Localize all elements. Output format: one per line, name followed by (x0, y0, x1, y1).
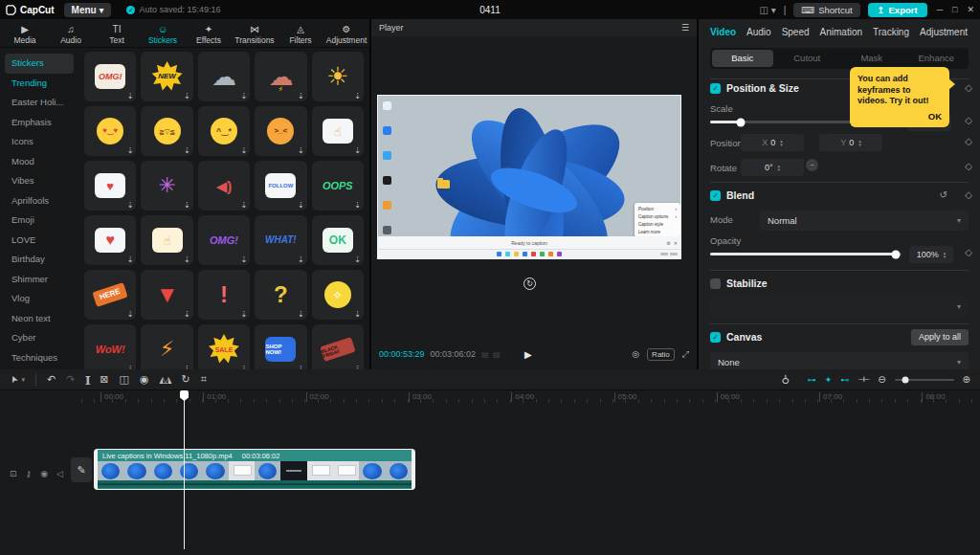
ratio-button[interactable]: Ratio (647, 348, 675, 361)
sticker-nice-job-thumb[interactable]: ☝⇣ (141, 215, 192, 265)
undo-icon[interactable]: ↶ (47, 373, 56, 386)
sticker-angry-emoji[interactable]: >_<⇣ (255, 106, 306, 156)
download-icon[interactable]: ⇣ (127, 146, 134, 155)
freeze-frame-icon[interactable]: ◉ (140, 373, 149, 386)
main-track-toggle-icon[interactable]: ⊡ (10, 469, 17, 478)
sticker-down-arrow[interactable]: ▼⇣ (141, 270, 192, 320)
inspector-tab-tracking[interactable]: Tracking (873, 27, 909, 37)
position-y-field[interactable]: Y 0 ▴▾ (819, 134, 882, 151)
rotate-handle-icon[interactable]: ↻ (523, 278, 536, 290)
download-icon[interactable]: ⇣ (127, 255, 134, 264)
sticker-party-popper[interactable]: ✳⇣ (141, 161, 192, 211)
video-preview[interactable]: Position›Caption options›Caption styleLe… (377, 95, 681, 259)
split-icon[interactable]: ][ (85, 375, 89, 385)
download-icon[interactable]: ⇣ (298, 310, 304, 319)
tab-adjustment[interactable]: ⚙Adjustment (325, 22, 368, 47)
download-icon[interactable]: ⇣ (354, 92, 361, 100)
sidebar-item-cyber[interactable]: Cyber (0, 328, 78, 348)
tab-audio[interactable]: ♫Audio (50, 22, 92, 47)
download-icon[interactable]: ⇣ (184, 146, 190, 155)
sidebar-item-shimmer[interactable]: Shimmer (0, 270, 78, 290)
sidebar-item-birthday[interactable]: Birthday (0, 250, 78, 270)
sidebar-item-aprilfools[interactable]: Aprilfools (0, 191, 78, 211)
export-button[interactable]: ↥ Export (868, 3, 927, 17)
download-icon[interactable]: ⇣ (298, 255, 304, 264)
sticker-megaphone[interactable]: ◀)⇣ (198, 161, 250, 211)
sticker-lightning-bolt[interactable]: ⚡⇣ (141, 324, 192, 369)
sticker-omg-egg[interactable]: OMG!⇣ (84, 52, 136, 101)
adjust-layout-icon[interactable]: ⊣⊢ (858, 375, 869, 384)
download-icon[interactable]: ⇣ (127, 310, 134, 319)
subtab-enhance[interactable]: Enhance (906, 50, 968, 67)
select-cursor-icon[interactable]: ➤ (7, 373, 20, 385)
position-x-field[interactable]: X 0 ▴▾ (741, 134, 804, 151)
download-icon[interactable]: ⇣ (184, 92, 190, 100)
stabilize-checkbox[interactable]: ✓ (710, 278, 721, 289)
download-icon[interactable]: ⇣ (184, 201, 190, 210)
sticker-light-bulb[interactable]: ✧⇣ (312, 270, 364, 320)
download-icon[interactable]: ⇣ (354, 201, 361, 210)
tab-stickers[interactable]: ☺Stickers (142, 22, 184, 47)
maximize-button[interactable]: □ (952, 5, 957, 14)
link-clips-icon[interactable]: ⊷ (840, 375, 849, 385)
rotate-icon[interactable]: ↻ (181, 373, 189, 386)
scale-keyframe-icon[interactable]: ◇ (965, 115, 972, 125)
download-icon[interactable]: ⇣ (354, 310, 361, 319)
fit-zoom-icon[interactable]: ◎ (632, 349, 639, 359)
auto-preview-icon[interactable]: ✦ (825, 375, 833, 385)
sidebar-item-techniques[interactable]: Techniques (0, 348, 78, 368)
opacity-value[interactable]: 100% ▴▾ (909, 246, 953, 263)
tab-effects[interactable]: ✦Effects (188, 22, 230, 47)
position-keyframe-icon[interactable]: ◇ (965, 136, 972, 146)
sticker-sale-burst[interactable]: SALE⇣ (198, 324, 250, 369)
blend-checkbox[interactable]: ✓ (710, 190, 721, 201)
duplicate-icon[interactable]: ◫ (120, 373, 129, 386)
sticker-storm-cloud[interactable]: ☁⚡⇣ (255, 52, 306, 101)
download-icon[interactable]: ⇣ (240, 310, 247, 319)
sidebar-item-emphasis[interactable]: Emphasis (0, 113, 78, 133)
minimize-button[interactable]: ─ (937, 5, 943, 14)
position-size-checkbox[interactable]: ✓ (710, 83, 721, 94)
download-icon[interactable]: ⇣ (240, 255, 247, 264)
zoom-slider[interactable] (895, 379, 954, 381)
download-icon[interactable]: ⇣ (127, 92, 134, 100)
crop-icon[interactable]: ⌗ (201, 373, 207, 386)
download-icon[interactable]: ⇣ (298, 146, 304, 155)
sidebar-item-vlog[interactable]: Vlog (0, 289, 78, 309)
sticker-black-friday-tag[interactable]: BLACK FRIDAY⇣ (312, 324, 364, 369)
play-button[interactable]: ▶ (524, 349, 532, 360)
blend-reset-icon[interactable]: ↺ (940, 189, 947, 200)
sidebar-item-mood[interactable]: Mood (0, 152, 78, 172)
sidebar-item-trending[interactable]: Trending (0, 74, 78, 94)
sidebar-item-vibes[interactable]: Vibes (0, 171, 78, 191)
subtab-basic[interactable]: Basic (712, 50, 773, 67)
frame-view-icons[interactable]: ▤ ▤ (481, 350, 501, 359)
sidebar-item-easter-holi[interactable]: Easter Holi... (0, 93, 78, 113)
tab-filters[interactable]: ◬Filters (279, 22, 322, 47)
inspector-tab-animation[interactable]: Animation (820, 27, 862, 37)
opacity-slider[interactable] (710, 253, 902, 255)
timeline-ruler[interactable]: 00:0001:0002:0003:0004:0005:0006:0007:00… (77, 390, 980, 405)
download-icon[interactable]: ⇣ (298, 201, 304, 210)
close-button[interactable]: ✕ (967, 5, 974, 14)
blend-mode-dropdown[interactable]: Normal ▾ (760, 211, 969, 231)
canvas-background-dropdown[interactable]: None ▾ (710, 352, 969, 369)
sticker-shop-now-bag[interactable]: SHOP NOW!⇣ (255, 324, 306, 369)
blend-keyframe-icon[interactable]: ◇ (965, 189, 972, 200)
sticker-heart-speech-bubble[interactable]: ♥⇣ (84, 215, 136, 265)
playhead[interactable] (184, 390, 185, 549)
zoom-in-icon[interactable]: ⊕ (963, 374, 970, 385)
sticker-pointing-hand-window[interactable]: ☝⇣ (312, 106, 364, 156)
sticker-new-burst[interactable]: NEW⇣ (141, 52, 192, 101)
sticker-wow-text[interactable]: WoW!⇣ (84, 324, 136, 369)
download-icon[interactable]: ⇣ (354, 146, 361, 155)
delete-icon[interactable]: ⊠ (100, 373, 108, 386)
sticker-tongue-out-emoji[interactable]: ^‿*⇣ (198, 106, 250, 156)
rotate-keyframe-icon[interactable]: ◇ (965, 161, 972, 171)
download-icon[interactable]: ⇣ (184, 255, 190, 264)
inspector-tab-video[interactable]: Video (710, 27, 736, 37)
tab-media[interactable]: ▶Media (4, 22, 46, 47)
sticker-like-hand-window[interactable]: ♥⇣ (84, 161, 136, 211)
sidebar-item-love[interactable]: LOVE (0, 231, 78, 251)
sidebar-item-icons[interactable]: Icons (0, 132, 78, 152)
